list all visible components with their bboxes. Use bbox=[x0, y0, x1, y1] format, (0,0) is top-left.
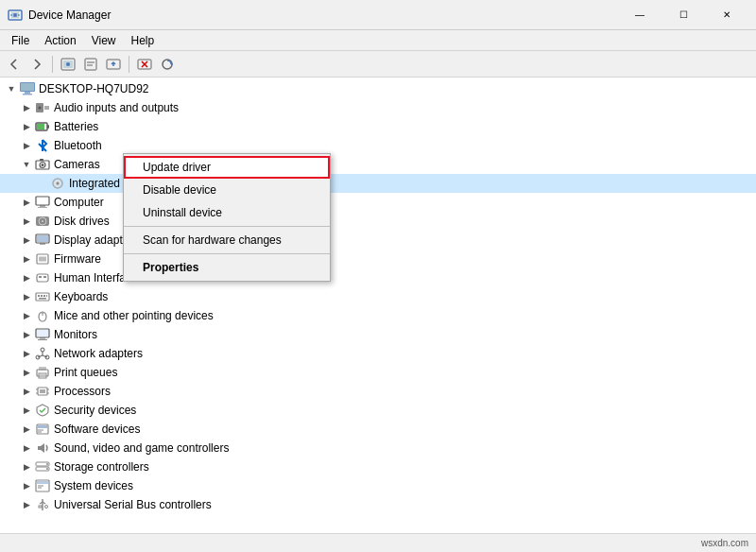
svg-rect-62 bbox=[40, 337, 45, 339]
status-bar: wsxdn.com bbox=[0, 533, 756, 552]
update-driver-button[interactable] bbox=[103, 54, 124, 75]
tree-item-processors[interactable]: ▶ Processors bbox=[0, 382, 756, 401]
svg-rect-81 bbox=[38, 425, 47, 428]
firmware-toggle[interactable]: ▶ bbox=[19, 251, 34, 267]
tree-item-network[interactable]: ▶ Network adapters bbox=[0, 344, 756, 363]
svg-rect-24 bbox=[44, 106, 49, 110]
keyboard-icon bbox=[34, 289, 51, 304]
menu-file[interactable]: File bbox=[4, 32, 37, 49]
properties-button[interactable] bbox=[80, 54, 101, 75]
svg-point-64 bbox=[41, 348, 44, 352]
storage-toggle[interactable]: ▶ bbox=[19, 459, 34, 474]
root-toggle[interactable]: ▼ bbox=[4, 81, 19, 96]
close-button[interactable]: ✕ bbox=[705, 0, 748, 30]
cpu-icon bbox=[34, 384, 51, 399]
tree-item-monitors[interactable]: ▶ Monitors bbox=[0, 325, 756, 344]
uninstall-button[interactable] bbox=[134, 54, 155, 75]
sound-toggle[interactable]: ▶ bbox=[19, 440, 34, 456]
tree-item-disk[interactable]: ▶ Disk drives bbox=[0, 212, 756, 231]
tree-item-usb[interactable]: ▶ Universal Serial Bus controllers bbox=[0, 495, 756, 514]
minimize-button[interactable]: — bbox=[618, 0, 662, 30]
tree-item-keyboards[interactable]: ▶ Keyboards bbox=[0, 287, 756, 306]
software-toggle[interactable]: ▶ bbox=[19, 422, 34, 437]
audio-toggle[interactable]: ▶ bbox=[19, 100, 34, 115]
audio-icon bbox=[34, 100, 51, 115]
bluetooth-label: Bluetooth bbox=[54, 139, 102, 152]
computer-toggle[interactable]: ▶ bbox=[19, 195, 34, 210]
tree-item-mice[interactable]: ▶ Mice and other pointing devices bbox=[0, 306, 756, 325]
system-icon bbox=[34, 478, 51, 493]
window-controls[interactable]: — ☐ ✕ bbox=[618, 0, 748, 30]
keyboards-label: Keyboards bbox=[54, 290, 108, 303]
system-toggle[interactable]: ▶ bbox=[19, 478, 34, 493]
network-toggle[interactable]: ▶ bbox=[19, 346, 34, 361]
cameras-toggle[interactable]: ▼ bbox=[19, 157, 34, 172]
context-menu: Update driver Disable device Uninstall d… bbox=[123, 153, 331, 282]
print-label: Print queues bbox=[54, 366, 117, 379]
context-uninstall-device[interactable]: Uninstall device bbox=[124, 201, 330, 224]
svg-rect-20 bbox=[23, 94, 32, 95]
monitors-toggle[interactable]: ▶ bbox=[19, 327, 34, 342]
svg-rect-36 bbox=[40, 205, 45, 207]
tree-item-computer[interactable]: ▶ Computer bbox=[0, 193, 756, 212]
tree-item-batteries[interactable]: ▶ Batteries bbox=[0, 117, 756, 136]
forward-button[interactable] bbox=[26, 54, 47, 75]
computer-tree-icon bbox=[34, 195, 51, 210]
tree-item-display[interactable]: ▶ Display adapters bbox=[0, 231, 756, 250]
svg-rect-73 bbox=[40, 374, 45, 375]
svg-rect-18 bbox=[21, 83, 34, 91]
back-button[interactable] bbox=[4, 54, 25, 75]
keyboards-toggle[interactable]: ▶ bbox=[19, 289, 34, 304]
show-by-type-button[interactable] bbox=[58, 54, 78, 75]
svg-rect-37 bbox=[38, 207, 47, 208]
tree-item-cameras[interactable]: ▼ Cameras bbox=[0, 155, 756, 174]
tree-item-firmware[interactable]: ▶ Firmware bbox=[0, 250, 756, 268]
usb-toggle[interactable]: ▶ bbox=[19, 497, 34, 512]
tree-item-audio[interactable]: ▶ Audio inputs and outputs bbox=[0, 98, 756, 117]
svg-rect-31 bbox=[40, 159, 43, 161]
svg-point-86 bbox=[46, 463, 48, 465]
tree-item-security[interactable]: ▶ Security devices bbox=[0, 401, 756, 420]
mice-toggle[interactable]: ▶ bbox=[19, 308, 34, 323]
scan-button[interactable] bbox=[157, 54, 178, 75]
tree-item-bluetooth[interactable]: ▶ Bluetooth bbox=[0, 136, 756, 155]
tree-item-storage[interactable]: ▶ Storage controllers bbox=[0, 457, 756, 476]
usb-label: Universal Serial Bus controllers bbox=[54, 498, 212, 511]
print-toggle[interactable]: ▶ bbox=[19, 365, 34, 380]
tree-item-system[interactable]: ▶ System devices bbox=[0, 476, 756, 495]
svg-rect-43 bbox=[40, 243, 45, 245]
tree-item-print[interactable]: ▶ Print queues bbox=[0, 363, 756, 382]
tree-root[interactable]: ▼ DESKTOP-HQ7UD92 bbox=[0, 79, 756, 98]
processors-toggle[interactable]: ▶ bbox=[19, 384, 34, 399]
context-properties[interactable]: Properties bbox=[124, 256, 330, 279]
bluetooth-toggle[interactable]: ▶ bbox=[19, 138, 34, 153]
firmware-label: Firmware bbox=[54, 252, 101, 266]
tree-item-webcam[interactable]: Integrated Webcam bbox=[0, 174, 756, 193]
menu-help[interactable]: Help bbox=[124, 32, 163, 49]
tree-item-hid[interactable]: ▶ Human Interface Devices bbox=[0, 268, 756, 287]
svg-point-2 bbox=[13, 13, 17, 17]
main-content: ▼ DESKTOP-HQ7UD92 ▶ bbox=[0, 78, 756, 533]
context-scan-hardware[interactable]: Scan for hardware changes bbox=[124, 229, 330, 251]
computer-label: Computer bbox=[54, 196, 104, 209]
root-label: DESKTOP-HQ7UD92 bbox=[39, 82, 148, 95]
menu-view[interactable]: View bbox=[84, 32, 124, 49]
hid-toggle[interactable]: ▶ bbox=[19, 270, 34, 285]
tree-item-sound[interactable]: ▶ Sound, video and game controllers bbox=[0, 439, 756, 457]
hid-icon bbox=[34, 270, 51, 285]
tree-item-software[interactable]: ▶ Software devices bbox=[0, 420, 756, 439]
maximize-button[interactable]: ☐ bbox=[662, 0, 705, 30]
system-label: System devices bbox=[54, 479, 133, 492]
security-toggle[interactable]: ▶ bbox=[19, 403, 34, 418]
batteries-toggle[interactable]: ▶ bbox=[19, 119, 34, 134]
menu-bar: File Action View Help bbox=[0, 30, 756, 51]
svg-rect-89 bbox=[37, 481, 48, 484]
context-update-driver[interactable]: Update driver bbox=[124, 156, 330, 179]
context-disable-device[interactable]: Disable device bbox=[124, 179, 330, 201]
mice-label: Mice and other pointing devices bbox=[54, 309, 214, 322]
svg-point-34 bbox=[57, 182, 60, 185]
disk-toggle[interactable]: ▶ bbox=[19, 214, 34, 229]
menu-action[interactable]: Action bbox=[37, 32, 83, 49]
display-toggle[interactable]: ▶ bbox=[19, 233, 34, 248]
device-tree[interactable]: ▼ DESKTOP-HQ7UD92 ▶ bbox=[0, 78, 756, 533]
